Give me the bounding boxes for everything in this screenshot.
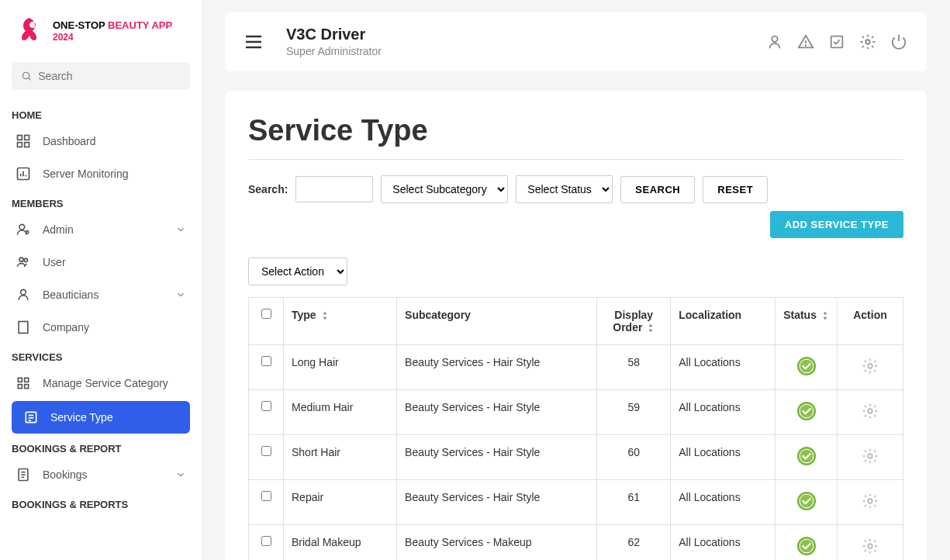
sidebar-item-label: Manage Service Category [43, 377, 168, 389]
svg-point-60 [868, 454, 872, 458]
col-subcategory: Subcategory [397, 298, 597, 345]
cell-action [838, 435, 903, 480]
row-settings-icon[interactable] [862, 448, 879, 465]
profile-icon[interactable] [766, 33, 783, 50]
cell-type: Long Hair [284, 345, 397, 390]
cell-status [776, 480, 838, 525]
svg-point-10 [19, 224, 25, 230]
svg-point-39 [806, 45, 807, 46]
content-panel: Service Type Search: Select Subcategory … [225, 91, 927, 560]
row-checkbox[interactable] [261, 401, 271, 411]
row-checkbox[interactable] [261, 446, 271, 456]
col-type[interactable]: Type [284, 298, 397, 345]
note-icon[interactable] [828, 33, 845, 50]
nav-section-members: MEMBERS [0, 190, 202, 213]
cell-status [776, 435, 838, 480]
cell-type: Short Hair [284, 435, 397, 480]
col-status[interactable]: Status [776, 298, 838, 345]
svg-point-52 [868, 364, 872, 368]
cell-order: 58 [597, 345, 671, 390]
sort-icon [647, 323, 655, 333]
list-icon [23, 410, 39, 425]
subcategory-select[interactable]: Select Subcategory [381, 175, 508, 203]
row-checkbox[interactable] [261, 491, 271, 501]
cell-localization: All Locations [671, 480, 776, 525]
row-settings-icon[interactable] [862, 358, 879, 375]
sidebar-item-service-type[interactable]: Service Type [12, 401, 190, 434]
cell-type: Medium Hair [284, 390, 397, 435]
sort-icon [821, 311, 829, 320]
building-icon [16, 320, 31, 335]
table-row: Short HairBeauty Services - Hair Style60… [249, 435, 903, 480]
cell-order: 62 [597, 525, 671, 561]
svg-point-13 [24, 258, 27, 261]
power-icon[interactable] [890, 33, 907, 50]
cell-status [776, 525, 838, 561]
cell-subcategory: Beauty Services - Hair Style [397, 390, 597, 435]
table-row: Long HairBeauty Services - Hair Style58A… [249, 345, 903, 390]
cell-subcategory: Beauty Services - Hair Style [397, 480, 597, 525]
status-active-icon [796, 446, 817, 466]
cell-order: 59 [597, 390, 671, 435]
row-checkbox[interactable] [261, 356, 271, 366]
cell-localization: All Locations [671, 435, 776, 480]
sort-icon [321, 311, 329, 320]
filter-row: Search: Select Subcategory Select Status… [248, 175, 903, 238]
brand-logo: ONE-STOP BEAUTY APP 2024 [0, 12, 202, 58]
sidebar-item-label: Server Monitoring [43, 168, 129, 180]
hamburger-icon[interactable] [244, 34, 263, 50]
select-all-checkbox[interactable] [261, 309, 271, 319]
col-display-order[interactable]: Display Order [597, 298, 671, 345]
table-row: Medium HairBeauty Services - Hair Style5… [249, 390, 903, 435]
status-select[interactable]: Select Status [516, 175, 613, 203]
svg-marker-45 [649, 324, 653, 327]
svg-rect-15 [19, 322, 28, 334]
chevron-down-icon [175, 469, 186, 480]
status-active-icon [796, 356, 817, 376]
search-button[interactable]: SEARCH [620, 176, 695, 203]
bulk-action-select[interactable]: Select Action [248, 258, 347, 285]
person-icon [16, 287, 31, 302]
svg-point-37 [772, 36, 777, 41]
sidebar-item-company[interactable]: Company [0, 311, 202, 344]
row-checkbox[interactable] [261, 536, 271, 546]
svg-rect-25 [25, 385, 29, 389]
row-settings-icon[interactable] [862, 403, 879, 420]
nav-section-bookings-reports: BOOKINGS & REPORTS [0, 491, 202, 514]
dashboard-icon [16, 133, 31, 149]
user-info: V3C Driver Super Administrator [286, 26, 382, 57]
sidebar-item-beauticians[interactable]: Beauticians [0, 278, 202, 311]
cell-action [838, 480, 903, 525]
svg-point-41 [865, 40, 870, 44]
sidebar-item-manage-service-category[interactable]: Manage Service Category [0, 367, 202, 399]
add-service-type-button[interactable]: ADD SERVICE TYPE [770, 211, 903, 238]
cell-subcategory: Beauty Services - Hair Style [397, 435, 597, 480]
search-input[interactable] [38, 70, 181, 82]
cell-status [776, 345, 838, 390]
chart-icon [16, 166, 31, 181]
main-area: V3C Driver Super Administrator Service T… [202, 0, 950, 560]
sidebar-item-admin[interactable]: Admin [0, 213, 202, 246]
gear-icon[interactable] [859, 33, 876, 50]
brand-year: 2024 [53, 32, 172, 43]
cell-localization: All Locations [671, 390, 776, 435]
sidebar-search[interactable] [12, 62, 190, 90]
sidebar-item-dashboard[interactable]: Dashboard [0, 125, 202, 157]
service-type-table: Type Subcategory Display Order Localizat… [248, 297, 903, 560]
svg-point-12 [19, 258, 23, 261]
sidebar-item-user[interactable]: User [0, 246, 202, 278]
cell-type: Repair [284, 480, 397, 525]
sidebar-item-server-monitoring[interactable]: Server Monitoring [0, 157, 202, 190]
sidebar-item-label: Beauticians [43, 289, 98, 301]
search-text-input[interactable] [295, 176, 373, 202]
topbar: V3C Driver Super Administrator [225, 12, 927, 71]
svg-point-64 [868, 499, 872, 503]
warning-icon[interactable] [797, 33, 814, 50]
reset-button[interactable]: RESET [703, 176, 768, 203]
cell-type: Bridal Makeup [284, 525, 397, 561]
row-settings-icon[interactable] [862, 493, 879, 510]
user-name: V3C Driver [286, 26, 382, 43]
sidebar-item-bookings[interactable]: Bookings [0, 458, 202, 491]
row-settings-icon[interactable] [862, 538, 879, 555]
nav-section-home: HOME [0, 102, 202, 125]
